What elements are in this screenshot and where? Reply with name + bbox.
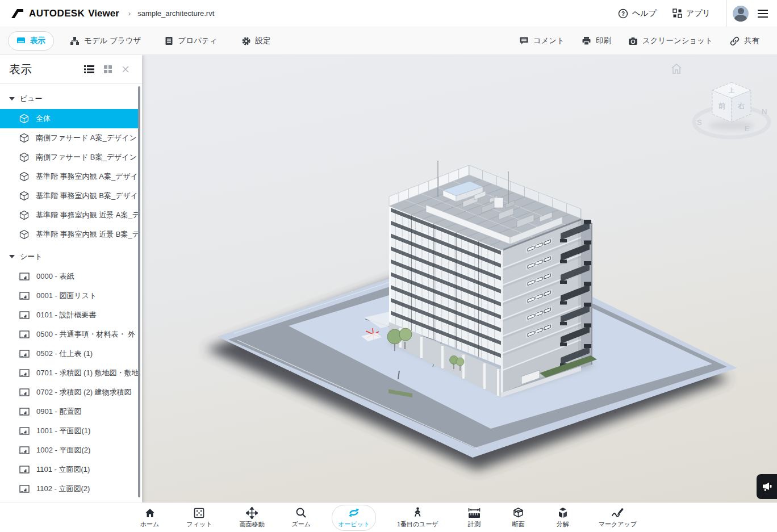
close-icon[interactable]	[122, 65, 130, 73]
item-label: 1102 - 立面図(2)	[36, 484, 90, 494]
sheet-icon	[19, 446, 30, 454]
item-label: 基準階 事務室内観 A案_デザイ	[36, 171, 138, 182]
first-person-icon	[413, 507, 421, 519]
share-button[interactable]: 共有	[721, 36, 768, 46]
apps-label: アプリ	[686, 9, 711, 19]
grid-view-icon[interactable]	[103, 65, 112, 74]
compass-north-label: N	[762, 107, 767, 116]
tree-small	[456, 358, 464, 366]
view-item[interactable]: 南側ファサード A案_デザイン	[0, 128, 138, 148]
view-item[interactable]: 基準階 事務室内観 近景 A案_デ	[0, 206, 138, 225]
share-link-icon	[730, 36, 740, 46]
print-button[interactable]: 印刷	[573, 36, 620, 46]
sheet-icon	[19, 311, 30, 319]
panel-title: 表示	[9, 62, 84, 77]
feedback-button[interactable]	[757, 474, 777, 499]
hamburger-menu-icon[interactable]	[758, 10, 768, 18]
model-browser-icon	[70, 36, 80, 45]
comment-label: コメント	[533, 36, 565, 46]
tab-model-browser[interactable]: モデル ブラウザ	[62, 32, 149, 50]
tool-first-person[interactable]: 1番目のユーザ	[391, 505, 445, 531]
viewcube[interactable]: S E N 上 前 右	[684, 71, 775, 145]
view-item[interactable]: 基準階 事務室内観 A案_デザイ	[0, 167, 138, 186]
avatar[interactable]	[733, 6, 749, 22]
view-item[interactable]: 基準階 事務室内観 B案_デザイ	[0, 186, 138, 206]
settings-gear-icon	[241, 36, 251, 46]
viewcube-front-label: 前	[718, 102, 726, 110]
sheet-item[interactable]: 0701 - 求積図 (1) 敷地図・敷地	[0, 363, 138, 383]
section-header-views[interactable]: ビュー	[0, 89, 142, 109]
tool-label: フィット	[186, 520, 212, 529]
sheet-item[interactable]: 1001 - 平面図(1)	[0, 421, 138, 441]
brand: AUTODESK Viewer	[0, 8, 119, 19]
panel-scrollbar[interactable]	[138, 86, 140, 497]
help-label: ヘルプ	[632, 9, 657, 19]
list-view-icon[interactable]	[84, 65, 94, 74]
tool-pan[interactable]: 画面移動	[233, 505, 270, 531]
tool-explode[interactable]: 分解	[548, 505, 578, 531]
section-header-sheets[interactable]: シート	[0, 246, 142, 267]
tool-label: 計測	[468, 520, 481, 529]
help-button[interactable]: ? ヘルプ	[610, 0, 665, 27]
item-label: 1001 - 平面図(1)	[36, 426, 90, 436]
sheet-item[interactable]: 1002 - 平面図(2)	[0, 441, 138, 460]
sheet-item[interactable]: 0001 - 図面リスト	[0, 286, 138, 305]
view-item[interactable]: 基準階 事務室内観 近景 B案_デ	[0, 225, 138, 244]
tool-label: オービット	[338, 520, 370, 529]
tab-settings[interactable]: 設定	[233, 32, 279, 50]
tool-home[interactable]: ホーム	[134, 505, 166, 531]
3d-scene	[142, 55, 777, 502]
tool-fit[interactable]: フィット	[180, 505, 218, 531]
views-panel: 表示 ビュー全体南側ファサード A案_デザイン南側ファサード B案_デザイン基準…	[0, 55, 142, 502]
pan-icon	[246, 507, 258, 519]
3d-viewport[interactable]: S E N 上 前 右	[142, 55, 777, 502]
tab-properties-label: プロパティ	[178, 36, 217, 46]
sheet-item[interactable]: 0502 - 仕上表 (1)	[0, 344, 138, 363]
apps-button[interactable]: アプリ	[665, 0, 718, 27]
sheet-icon	[19, 330, 30, 338]
explode-icon	[557, 507, 569, 519]
compass-east-label: E	[745, 124, 750, 133]
viewcube-home-icon[interactable]	[670, 63, 683, 74]
item-label: 0901 - 配置図	[36, 407, 81, 417]
item-label: 南側ファサード B案_デザイン	[36, 152, 137, 162]
screenshot-label: スクリーンショット	[642, 36, 713, 46]
orbit-icon	[348, 507, 360, 519]
tool-section[interactable]: 断面	[504, 505, 533, 531]
item-label: 1002 - 平面図(2)	[36, 445, 90, 455]
section-caret-icon	[9, 97, 15, 100]
item-label: 南側ファサード A案_デザイン	[36, 133, 137, 143]
tool-label: 分解	[557, 520, 569, 529]
tool-markup[interactable]: マークアップ	[592, 505, 643, 531]
tab-display[interactable]: 表示	[8, 31, 54, 51]
item-label: 0500 - 共通事項・材料表・ 外	[36, 329, 135, 340]
print-icon	[582, 36, 591, 45]
tool-label: 断面	[512, 520, 525, 529]
sheet-item[interactable]: 1102 - 立面図(2)	[0, 479, 138, 499]
item-label: 0000 - 表紙	[36, 271, 74, 282]
view-cube-icon	[19, 229, 29, 240]
tool-zoom[interactable]: ズーム	[285, 505, 317, 531]
app-header: AUTODESK Viewer › sample_architecture.rv…	[0, 0, 777, 27]
screenshot-button[interactable]: スクリーンショット	[620, 36, 721, 46]
sheet-icon	[19, 466, 30, 474]
sheet-item[interactable]: 0101 - 設計概要書	[0, 305, 138, 325]
print-label: 印刷	[596, 36, 611, 46]
comment-button[interactable]: コメント	[511, 36, 573, 46]
item-label: 0502 - 仕上表 (1)	[36, 349, 93, 359]
compass-south-label: S	[697, 118, 702, 127]
share-label: 共有	[744, 36, 759, 46]
sheet-item[interactable]: 0702 - 求積図 (2) 建物求積図	[0, 383, 138, 402]
tool-measure[interactable]: 計測	[459, 505, 489, 531]
sheet-item[interactable]: 0901 - 配置図	[0, 402, 138, 421]
item-label: 1101 - 立面図(1)	[36, 464, 90, 475]
view-item[interactable]: 南側ファサード B案_デザイン	[0, 148, 138, 167]
tool-label: ホーム	[140, 520, 160, 529]
view-item[interactable]: 全体	[0, 109, 138, 128]
sheet-item[interactable]: 0000 - 表紙	[0, 267, 138, 286]
sheet-item[interactable]: 1101 - 立面図(1)	[0, 460, 138, 479]
tab-properties[interactable]: プロパティ	[157, 32, 225, 50]
sheet-item[interactable]: 0500 - 共通事項・材料表・ 外	[0, 325, 138, 344]
tool-orbit[interactable]: オービット	[332, 505, 376, 531]
section-label: ビュー	[20, 94, 43, 104]
